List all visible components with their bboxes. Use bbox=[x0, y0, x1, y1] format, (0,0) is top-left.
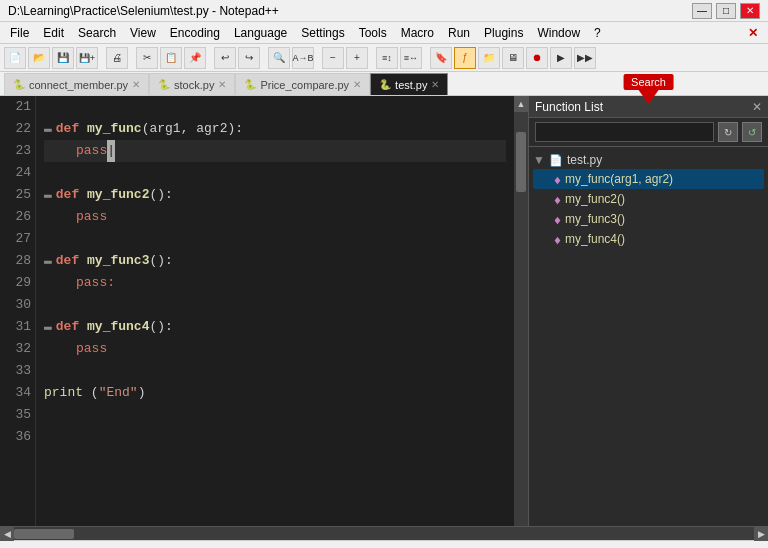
func-dot-2: ⬧ bbox=[553, 191, 561, 207]
menu-encoding[interactable]: Encoding bbox=[164, 24, 226, 42]
func-dot-4: ⬧ bbox=[553, 231, 561, 247]
func-label-4: my_func4() bbox=[565, 232, 625, 246]
tb-zoomin[interactable]: + bbox=[346, 47, 368, 69]
window-controls: — □ ✕ bbox=[692, 3, 760, 19]
function-search-input[interactable] bbox=[535, 122, 714, 142]
tb-sync-scroll[interactable]: ≡↕ bbox=[376, 47, 398, 69]
menu-window[interactable]: Window bbox=[531, 24, 586, 42]
tab-test[interactable]: 🐍 test.py ✕ bbox=[370, 73, 448, 95]
scroll-left-arrow[interactable]: ◀ bbox=[0, 527, 14, 541]
menu-x[interactable]: ✕ bbox=[742, 24, 764, 42]
code-editor[interactable]: 21 22 23 24 25 26 27 28 29 30 31 32 33 3… bbox=[0, 96, 528, 526]
code-line-35 bbox=[44, 404, 506, 426]
code-line-34: print ("End") bbox=[44, 382, 506, 404]
tb-undo[interactable]: ↩ bbox=[214, 47, 236, 69]
python-icon4: 🐍 bbox=[379, 79, 391, 90]
tab-close-price[interactable]: ✕ bbox=[353, 79, 361, 90]
tb-find[interactable]: 🔍 bbox=[268, 47, 290, 69]
code-line-22: ▬ def my_func(arg1, agr2): bbox=[44, 118, 506, 140]
code-line-24 bbox=[44, 162, 506, 184]
menu-run[interactable]: Run bbox=[442, 24, 476, 42]
tab-label2: stock.py bbox=[174, 79, 214, 91]
minimize-button[interactable]: — bbox=[692, 3, 712, 19]
scroll-h-thumb[interactable] bbox=[14, 529, 74, 539]
tb-saveall[interactable]: 💾+ bbox=[76, 47, 98, 69]
menu-help[interactable]: ? bbox=[588, 24, 607, 42]
window-title: D:\Learning\Practice\Selenium\test.py - … bbox=[8, 4, 279, 18]
tab-close-connect[interactable]: ✕ bbox=[132, 79, 140, 90]
tb-playback-all[interactable]: ▶▶ bbox=[574, 47, 596, 69]
tb-zoomout[interactable]: − bbox=[322, 47, 344, 69]
search-tooltip: Search bbox=[623, 74, 674, 104]
close-button[interactable]: ✕ bbox=[740, 3, 760, 19]
tb-replace[interactable]: A→B bbox=[292, 47, 314, 69]
function-item-3[interactable]: ⬧ my_func3() bbox=[533, 209, 764, 229]
tb-copy[interactable]: 📋 bbox=[160, 47, 182, 69]
tb-save[interactable]: 💾 bbox=[52, 47, 74, 69]
code-line-31: ▬ def my_func4(): bbox=[44, 316, 506, 338]
tab-close-stock[interactable]: ✕ bbox=[218, 79, 226, 90]
tab-close-test[interactable]: ✕ bbox=[431, 79, 439, 90]
tb-record[interactable]: ⏺ bbox=[526, 47, 548, 69]
horizontal-scroll[interactable]: ◀ ▶ bbox=[0, 526, 768, 540]
maximize-button[interactable]: □ bbox=[716, 3, 736, 19]
function-item-2[interactable]: ⬧ my_func2() bbox=[533, 189, 764, 209]
tb-open[interactable]: 📂 bbox=[28, 47, 50, 69]
scroll-right-arrow[interactable]: ▶ bbox=[754, 527, 768, 541]
tb-paste[interactable]: 📌 bbox=[184, 47, 206, 69]
function-search-button[interactable]: ↻ bbox=[718, 122, 738, 142]
python-icon2: 🐍 bbox=[158, 79, 170, 90]
menu-search[interactable]: Search bbox=[72, 24, 122, 42]
line-numbers: 21 22 23 24 25 26 27 28 29 30 31 32 33 3… bbox=[0, 96, 36, 526]
main-content: 21 22 23 24 25 26 27 28 29 30 31 32 33 3… bbox=[0, 96, 768, 526]
menu-settings[interactable]: Settings bbox=[295, 24, 350, 42]
menu-view[interactable]: View bbox=[124, 24, 162, 42]
scroll-track[interactable] bbox=[14, 527, 754, 540]
title-bar: D:\Learning\Practice\Selenium\test.py - … bbox=[0, 0, 768, 22]
function-item-4[interactable]: ⬧ my_func4() bbox=[533, 229, 764, 249]
tooltip-label: Search bbox=[623, 74, 674, 90]
file-icon: 📄 bbox=[549, 154, 563, 167]
code-line-25: ▬ def my_func2(): bbox=[44, 184, 506, 206]
func-label-2: my_func2() bbox=[565, 192, 625, 206]
tab-label4: test.py bbox=[395, 79, 427, 91]
tb-function-list[interactable]: ƒ bbox=[454, 47, 476, 69]
code-line-23: pass| bbox=[44, 140, 506, 162]
menu-file[interactable]: File bbox=[4, 24, 35, 42]
tb-monitor[interactable]: 🖥 bbox=[502, 47, 524, 69]
code-line-33 bbox=[44, 360, 506, 382]
tb-new[interactable]: 📄 bbox=[4, 47, 26, 69]
tb-bookmark[interactable]: 🔖 bbox=[430, 47, 452, 69]
menu-macro[interactable]: Macro bbox=[395, 24, 440, 42]
func-label-1: my_func(arg1, agr2) bbox=[565, 172, 673, 186]
menu-language[interactable]: Language bbox=[228, 24, 293, 42]
tab-label3: Price_compare.py bbox=[260, 79, 349, 91]
code-area[interactable]: ▬ def my_func(arg1, agr2): pass| ▬ def m… bbox=[36, 96, 514, 526]
tb-redo[interactable]: ↪ bbox=[238, 47, 260, 69]
menu-tools[interactable]: Tools bbox=[353, 24, 393, 42]
tab-stock[interactable]: 🐍 stock.py ✕ bbox=[149, 73, 235, 95]
tb-print[interactable]: 🖨 bbox=[106, 47, 128, 69]
tree-filename: test.py bbox=[567, 153, 602, 167]
menu-edit[interactable]: Edit bbox=[37, 24, 70, 42]
code-line-36 bbox=[44, 426, 506, 448]
scroll-thumb[interactable] bbox=[516, 132, 526, 192]
menu-bar: File Edit Search View Encoding Language … bbox=[0, 22, 768, 44]
menu-plugins[interactable]: Plugins bbox=[478, 24, 529, 42]
python-icon3: 🐍 bbox=[244, 79, 256, 90]
vertical-scrollbar[interactable]: ▲ bbox=[514, 96, 528, 526]
tb-cut[interactable]: ✂ bbox=[136, 47, 158, 69]
scroll-up-arrow[interactable]: ▲ bbox=[514, 96, 528, 112]
tab-label: connect_member.py bbox=[29, 79, 128, 91]
function-panel-close-button[interactable]: ✕ bbox=[752, 100, 762, 114]
tb-folder[interactable]: 📁 bbox=[478, 47, 500, 69]
tb-sync-wrap[interactable]: ≡↔ bbox=[400, 47, 422, 69]
tab-price-compare[interactable]: 🐍 Price_compare.py ✕ bbox=[235, 73, 370, 95]
tb-playback[interactable]: ▶ bbox=[550, 47, 572, 69]
function-item-1[interactable]: ⬧ my_func(arg1, agr2) bbox=[533, 169, 764, 189]
func-dot-1: ⬧ bbox=[553, 171, 561, 187]
tab-connect-member[interactable]: 🐍 connect_member.py ✕ bbox=[4, 73, 149, 95]
code-line-28: ▬ def my_func3(): bbox=[44, 250, 506, 272]
function-reload-button[interactable]: ↺ bbox=[742, 122, 762, 142]
code-line-29: pass: bbox=[44, 272, 506, 294]
